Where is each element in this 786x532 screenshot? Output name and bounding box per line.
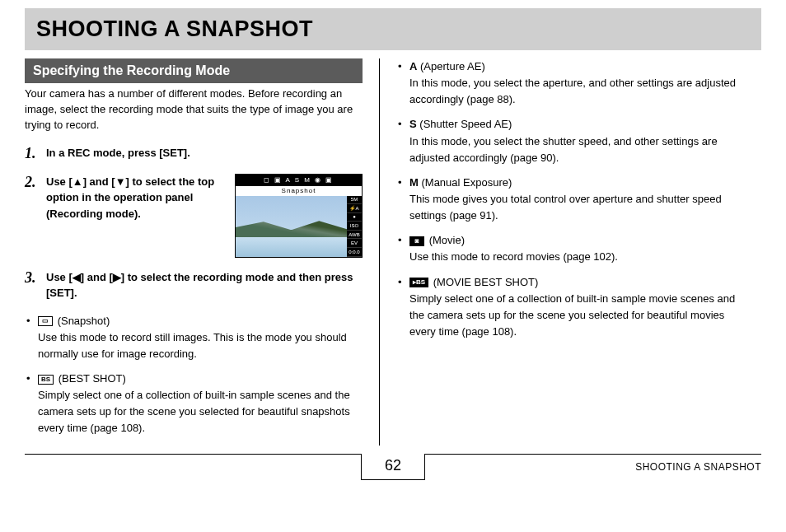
mode-description: Use this mode to record still images. Th… [38, 329, 363, 362]
step-number: 2. [25, 174, 40, 191]
page-number: 62 [361, 454, 425, 480]
page-title: SHOOTING A SNAPSHOT [36, 16, 750, 42]
mode-name: (BEST SHOT) [58, 372, 126, 385]
mode-description: Simply select one of a collection of bui… [409, 291, 742, 340]
mode-description: In this mode, you select the shutter spe… [409, 133, 742, 166]
mode-item: M (Manual Exposure) This mode gives you … [396, 175, 742, 224]
content-columns: Specifying the Recording Mode Your camer… [25, 58, 761, 446]
mode-letter: S [409, 118, 417, 130]
mode-description: Simply select one of a collection of bui… [38, 387, 363, 436]
camera-side-icons: 5M ⚡A ● ISO AWB EV 0:0.0 [347, 196, 362, 257]
modes-list-right: A (Aperture AE) In this mode, you select… [396, 58, 742, 340]
camera-top-icons: ◻ ▣ A S M ◉ ▣ [236, 175, 362, 186]
cam-side-item: AWB [347, 231, 362, 240]
mode-name: (Aperture AE) [420, 60, 485, 72]
camera-preview [236, 196, 347, 257]
cam-side-item: 5M [347, 196, 362, 205]
right-column: A (Aperture AE) In this mode, you select… [379, 58, 742, 446]
left-column: Specifying the Recording Mode Your camer… [25, 58, 379, 446]
page-footer: 62 SHOOTING A SNAPSHOT [25, 454, 761, 488]
mode-name: (Shutter Speed AE) [419, 118, 512, 130]
step-number: 3. [25, 269, 40, 287]
mode-item: ◙ (Movie) Use this mode to record movies… [396, 232, 742, 265]
step-item: 2. Use [▲] and [▼] to select the top opt… [25, 174, 363, 258]
step-text: Use [◀] and [▶] to select the recording … [46, 271, 353, 300]
step-text: Use [▲] and [▼] to select the top option… [46, 174, 225, 222]
movie-bestshot-icon: ▸BS [409, 278, 428, 287]
camera-lcd-illustration: ◻ ▣ A S M ◉ ▣ Snapshot 5M ⚡A ● ISO [235, 174, 363, 258]
mode-name: (Manual Exposure) [421, 176, 512, 189]
mode-name: (Movie) [429, 234, 465, 246]
cam-side-item: EV [347, 239, 362, 248]
modes-list-left: ▭ (Snapshot) Use this mode to record sti… [25, 313, 363, 437]
intro-text: Your camera has a number of different mo… [25, 86, 363, 133]
movie-icon: ◙ [409, 236, 424, 246]
step-item: 3. Use [◀] and [▶] to select the recordi… [25, 269, 363, 301]
cam-side-item: ● [347, 213, 362, 222]
section-heading: Specifying the Recording Mode [25, 58, 363, 83]
step-text: In a REC mode, press [SET]. [46, 147, 190, 159]
mode-description: In this mode, you select the aperture, a… [409, 75, 742, 108]
footer-section-label: SHOOTING A SNAPSHOT [635, 461, 761, 473]
snapshot-icon: ▭ [38, 316, 53, 326]
step-item: 1. In a REC mode, press [SET]. [25, 145, 363, 162]
title-bar: SHOOTING A SNAPSHOT [25, 8, 761, 50]
mode-name: (Snapshot) [58, 315, 110, 327]
mountain-shape [236, 220, 347, 238]
mode-description: Use this mode to record movies (page 102… [409, 249, 742, 265]
mode-item: BS (BEST SHOT) Simply select one of a co… [25, 371, 363, 437]
mode-item: ▭ (Snapshot) Use this mode to record sti… [25, 313, 363, 362]
steps-list: 1. In a REC mode, press [SET]. 2. Use [▲… [25, 145, 363, 301]
mode-letter: A [409, 60, 417, 72]
mode-item: ▸BS (MOVIE BEST SHOT) Simply select one … [396, 274, 742, 341]
water-shape [236, 237, 347, 257]
cam-side-item: 0:0.0 [347, 248, 362, 257]
mode-description: This mode gives you total control over a… [409, 191, 742, 224]
bestshot-icon: BS [38, 375, 54, 385]
mode-letter: M [409, 176, 419, 189]
mode-name: (MOVIE BEST SHOT) [433, 276, 539, 288]
step-number: 1. [25, 145, 40, 162]
cam-side-item: ⚡A [347, 204, 362, 213]
page-content: SHOOTING A SNAPSHOT Specifying the Recor… [0, 0, 786, 446]
cam-side-item: ISO [347, 222, 362, 231]
mode-item: A (Aperture AE) In this mode, you select… [396, 58, 742, 108]
mode-item: S (Shutter Speed AE) In this mode, you s… [396, 116, 742, 166]
